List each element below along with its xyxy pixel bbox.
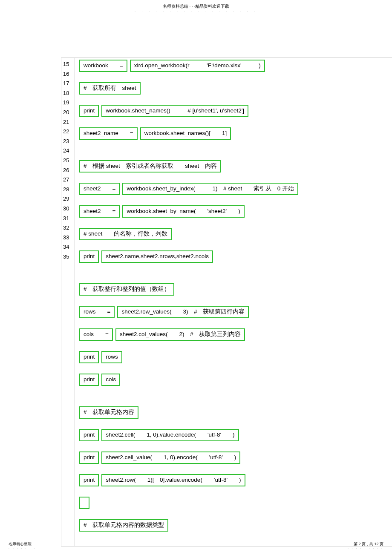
code-token: # 获取所有 sheet: [79, 82, 141, 95]
line-number: 24: [61, 146, 75, 156]
line-number: 33: [61, 233, 75, 243]
code-token: sheet2_name =: [79, 127, 138, 140]
code-token: # sheet 的名称，行数，列数: [79, 228, 172, 240]
line-number: 23: [61, 137, 75, 147]
code-token: # 获取单元格内容的数据类型: [79, 519, 168, 532]
code-token: workbook.sheet_names() # [u'sheet1', u's…: [101, 105, 248, 117]
code-token: print: [79, 351, 99, 363]
line-number: 15: [61, 60, 75, 69]
code-line: # 根据 sheet 索引或者名称获取 sheet 内容: [79, 160, 392, 173]
code-line: printworkbook.sheet_names() # [u'sheet1'…: [79, 105, 392, 117]
footer-right-dots: · · · · · · · · ·: [348, 547, 383, 550]
footer-right: 第 2 页，共 12 页 · · · · · · · · ·: [348, 541, 383, 550]
line-number: 29: [61, 194, 75, 204]
line-number-gutter: 1516171819202122232425262728293031323334…: [61, 58, 75, 546]
code-token: sheet2.cell_value( 1, 0).encode( 'utf-8'…: [101, 451, 240, 464]
header-title: 名师资料总结 · · ·精品资料欢迎下载: [0, 3, 392, 9]
code-line: printsheet2.cell_value( 1, 0).encode( 'u…: [79, 451, 392, 464]
code-token: cols: [101, 374, 120, 386]
page-footer: 名师精心整理 · · · · · · · 第 2 页，共 12 页 · · · …: [0, 541, 392, 550]
line-number: 30: [61, 204, 75, 214]
code-token: sheet2.row_values( 3) # 获取第四行内容: [117, 306, 249, 318]
line-number: 26: [61, 166, 75, 175]
line-number: 19: [61, 98, 75, 108]
line-number: 22: [61, 127, 75, 137]
page: 名师资料总结 · · ·精品资料欢迎下载 · · · · · · · · · ·…: [0, 0, 392, 555]
code-token: print: [79, 250, 99, 263]
code-area: workbook =xlrd.open_workbook(r 'F:\demo.…: [75, 58, 392, 546]
code-line: # 获取单元格内容的数据类型: [79, 519, 392, 532]
line-number: 31: [61, 214, 75, 224]
code-token: workbook.sheet_names()[ 1]: [140, 127, 231, 140]
line-number: 32: [61, 223, 75, 233]
code-line: [79, 497, 392, 509]
footer-left-dots: · · · · · · ·: [9, 547, 36, 550]
code-line: # 获取单元格内容: [79, 406, 392, 419]
line-number: 18: [61, 89, 75, 98]
code-token: workbook =: [79, 60, 127, 72]
code-line: printsheet2.cell( 1, 0).value.encode( 'u…: [79, 429, 392, 441]
code-line: workbook =xlrd.open_workbook(r 'F:\demo.…: [79, 60, 392, 72]
code-token: [79, 497, 89, 509]
code-line: printsheet2.name,sheet2.nrows,sheet2.nco…: [79, 250, 392, 263]
header-dots: · · · · · · · · · · · · · · · · · ·: [0, 9, 392, 13]
code-token: # 获取单元格内容: [79, 406, 138, 419]
line-number: 16: [61, 69, 75, 79]
code-line: # sheet 的名称，行数，列数: [79, 228, 392, 240]
footer-left-text: 名师精心整理: [9, 541, 36, 547]
code-line: cols =sheet2.col_values( 2) # 获取第三列内容: [79, 328, 392, 341]
code-container: 1516171819202122232425262728293031323334…: [61, 58, 392, 546]
line-number: 28: [61, 185, 75, 195]
code-line: rows =sheet2.row_values( 3) # 获取第四行内容: [79, 306, 392, 318]
code-line: # 获取整行和整列的值（数组）: [79, 283, 392, 296]
code-token: print: [79, 474, 99, 486]
code-token: rows: [101, 351, 122, 363]
code-token: print: [79, 374, 99, 386]
code-line: sheet2_name =workbook.sheet_names()[ 1]: [79, 127, 392, 140]
code-line: printcols: [79, 374, 392, 386]
line-number: 34: [61, 242, 75, 252]
code-token: print: [79, 429, 99, 441]
code-token: print: [79, 105, 99, 117]
code-token: workbook.sheet_by_name( 'sheet2' ): [122, 205, 244, 218]
code-token: rows =: [79, 306, 115, 318]
code-token: # 获取整行和整列的值（数组）: [79, 283, 174, 296]
code-line: sheet2 =workbook.sheet_by_index( 1) # sh…: [79, 183, 392, 195]
code-line: sheet2 =workbook.sheet_by_name( 'sheet2'…: [79, 205, 392, 218]
code-line: printsheet2.row( 1)[ 0].value.encode( 'u…: [79, 474, 392, 486]
footer-left: 名师精心整理 · · · · · · ·: [9, 541, 36, 550]
footer-right-text: 第 2 页，共 12 页: [348, 541, 383, 547]
code-line: printrows: [79, 351, 392, 363]
code-line: # 获取所有 sheet: [79, 82, 392, 95]
code-token: # 根据 sheet 索引或者名称获取 sheet 内容: [79, 160, 221, 173]
code-token: workbook.sheet_by_index( 1) # sheet 索引从 …: [122, 183, 298, 195]
line-number: 17: [61, 79, 75, 89]
code-token: xlrd.open_workbook(r 'F:\demo.xlsx' ): [130, 60, 265, 72]
page-header: 名师资料总结 · · ·精品资料欢迎下载 · · · · · · · · · ·…: [0, 0, 392, 13]
code-token: sheet2.name,sheet2.nrows,sheet2.ncols: [101, 250, 213, 263]
code-token: sheet2.cell( 1, 0).value.encode( 'utf-8'…: [101, 429, 239, 441]
code-token: sheet2.row( 1)[ 0].value.encode( 'utf-8'…: [101, 474, 245, 486]
code-token: print: [79, 451, 99, 464]
code-token: cols =: [79, 328, 113, 341]
code-token: sheet2 =: [79, 205, 120, 218]
code-token: sheet2 =: [79, 183, 120, 195]
line-number: 27: [61, 175, 75, 185]
line-number: 35: [61, 252, 75, 262]
line-number: 21: [61, 118, 75, 127]
line-number: 25: [61, 156, 75, 166]
code-token: sheet2.col_values( 2) # 获取第三列内容: [115, 328, 245, 341]
line-number: 20: [61, 108, 75, 118]
